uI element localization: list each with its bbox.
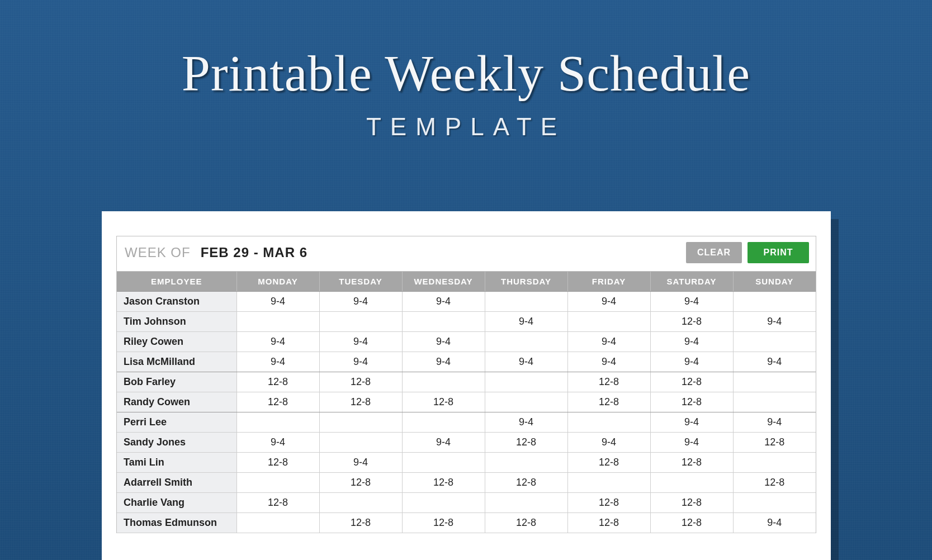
week-of-label: WEEK OF: [125, 245, 191, 260]
schedule-cell[interactable]: 12-8: [236, 392, 319, 412]
clear-button[interactable]: CLEAR: [686, 242, 742, 263]
schedule-cell[interactable]: [733, 493, 816, 513]
schedule-cell[interactable]: 9-4: [650, 332, 733, 352]
schedule-cell[interactable]: [402, 312, 485, 332]
schedule-cell[interactable]: 9-4: [402, 352, 485, 372]
schedule-cell[interactable]: 9-4: [319, 292, 402, 312]
schedule-cell[interactable]: [567, 412, 650, 433]
schedule-cell[interactable]: 9-4: [236, 433, 319, 453]
schedule-cell[interactable]: 9-4: [485, 412, 567, 433]
schedule-cell[interactable]: [236, 473, 319, 493]
schedule-cell[interactable]: [402, 493, 485, 513]
schedule-cell[interactable]: 12-8: [650, 453, 733, 473]
schedule-cell[interactable]: 12-8: [485, 433, 567, 453]
schedule-cell[interactable]: 9-4: [567, 292, 650, 312]
schedule-cell[interactable]: [733, 372, 816, 392]
schedule-cell[interactable]: 12-8: [319, 473, 402, 493]
schedule-cell[interactable]: 12-8: [402, 473, 485, 493]
schedule-cell[interactable]: [733, 292, 816, 312]
schedule-cell[interactable]: [733, 453, 816, 473]
schedule-cell[interactable]: 9-4: [733, 513, 816, 533]
schedule-cell[interactable]: [650, 473, 733, 493]
schedule-cell[interactable]: [402, 412, 485, 433]
schedule-cell[interactable]: 9-4: [402, 332, 485, 352]
schedule-cell[interactable]: 12-8: [402, 513, 485, 533]
schedule-cell[interactable]: 9-4: [650, 433, 733, 453]
schedule-cell[interactable]: 9-4: [485, 312, 567, 332]
schedule-cell[interactable]: [733, 332, 816, 352]
schedule-cell[interactable]: 12-8: [236, 453, 319, 473]
schedule-cell[interactable]: 9-4: [319, 453, 402, 473]
schedule-cell[interactable]: 12-8: [650, 392, 733, 412]
schedule-cell[interactable]: 12-8: [236, 372, 319, 392]
schedule-cell[interactable]: 9-4: [319, 352, 402, 372]
schedule-cell[interactable]: 12-8: [650, 312, 733, 332]
schedule-cell[interactable]: 12-8: [485, 473, 567, 493]
schedule-cell[interactable]: 9-4: [236, 332, 319, 352]
schedule-cell[interactable]: [319, 412, 402, 433]
schedule-cell[interactable]: 12-8: [319, 392, 402, 412]
schedule-cell[interactable]: [402, 453, 485, 473]
schedule-cell[interactable]: [485, 392, 567, 412]
schedule-cell[interactable]: [485, 332, 567, 352]
schedule-cell[interactable]: 9-4: [236, 352, 319, 372]
schedule-cell[interactable]: [485, 493, 567, 513]
schedule-cell[interactable]: 9-4: [650, 352, 733, 372]
schedule-cell[interactable]: [319, 312, 402, 332]
schedule-cell[interactable]: [236, 412, 319, 433]
col-sunday: SUNDAY: [733, 272, 816, 292]
schedule-table: EMPLOYEE MONDAY TUESDAY WEDNESDAY THURSD…: [117, 272, 816, 533]
schedule-cell[interactable]: 9-4: [733, 412, 816, 433]
schedule-cell[interactable]: 9-4: [733, 352, 816, 372]
week-of-value: FEB 29 - MAR 6: [201, 245, 307, 260]
schedule-cell[interactable]: 12-8: [236, 493, 319, 513]
schedule-cell[interactable]: [402, 372, 485, 392]
schedule-cell[interactable]: [236, 312, 319, 332]
employee-name-cell: Riley Cowen: [117, 332, 236, 352]
schedule-cell[interactable]: 9-4: [402, 433, 485, 453]
schedule-cell[interactable]: 12-8: [567, 453, 650, 473]
schedule-cell[interactable]: 12-8: [567, 372, 650, 392]
schedule-cell[interactable]: 12-8: [650, 513, 733, 533]
schedule-cell[interactable]: 9-4: [650, 292, 733, 312]
table-row: Sandy Jones9-49-412-89-49-412-8: [117, 433, 816, 453]
print-button[interactable]: PRINT: [748, 242, 809, 263]
schedule-cell[interactable]: [733, 392, 816, 412]
schedule-cell[interactable]: [236, 513, 319, 533]
schedule-cell[interactable]: 9-4: [319, 332, 402, 352]
schedule-cell[interactable]: [485, 292, 567, 312]
schedule-cell[interactable]: 9-4: [567, 433, 650, 453]
schedule-cell[interactable]: 9-4: [567, 332, 650, 352]
col-monday: MONDAY: [236, 272, 319, 292]
employee-name-cell: Perri Lee: [117, 412, 236, 433]
schedule-cell[interactable]: 12-8: [567, 493, 650, 513]
schedule-cell[interactable]: 12-8: [567, 392, 650, 412]
schedule-cell[interactable]: 9-4: [236, 292, 319, 312]
schedule-cell[interactable]: 12-8: [650, 372, 733, 392]
hero-subtitle: TEMPLATE: [0, 113, 932, 141]
schedule-cell[interactable]: 12-8: [650, 493, 733, 513]
schedule-cell[interactable]: 12-8: [319, 513, 402, 533]
schedule-cell[interactable]: 12-8: [319, 372, 402, 392]
schedule-cell[interactable]: [485, 372, 567, 392]
schedule-cell[interactable]: 9-4: [567, 352, 650, 372]
schedule-cell[interactable]: [567, 312, 650, 332]
schedule-cell[interactable]: 9-4: [402, 292, 485, 312]
schedule-cell[interactable]: 12-8: [567, 513, 650, 533]
schedule-cell[interactable]: [319, 433, 402, 453]
employee-name-cell: Tim Johnson: [117, 312, 236, 332]
schedule-cell[interactable]: 9-4: [485, 352, 567, 372]
schedule-cell[interactable]: [319, 493, 402, 513]
schedule-cell[interactable]: 9-4: [733, 312, 816, 332]
employee-name-cell: Adarrell Smith: [117, 473, 236, 493]
table-row: Tami Lin12-89-412-812-8: [117, 453, 816, 473]
employee-name-cell: Jason Cranston: [117, 292, 236, 312]
schedule-cell[interactable]: [485, 453, 567, 473]
col-employee: EMPLOYEE: [117, 272, 236, 292]
schedule-cell[interactable]: 12-8: [733, 433, 816, 453]
schedule-cell[interactable]: 12-8: [733, 473, 816, 493]
schedule-cell[interactable]: [567, 473, 650, 493]
schedule-cell[interactable]: 12-8: [485, 513, 567, 533]
schedule-cell[interactable]: 9-4: [650, 412, 733, 433]
schedule-cell[interactable]: 12-8: [402, 392, 485, 412]
